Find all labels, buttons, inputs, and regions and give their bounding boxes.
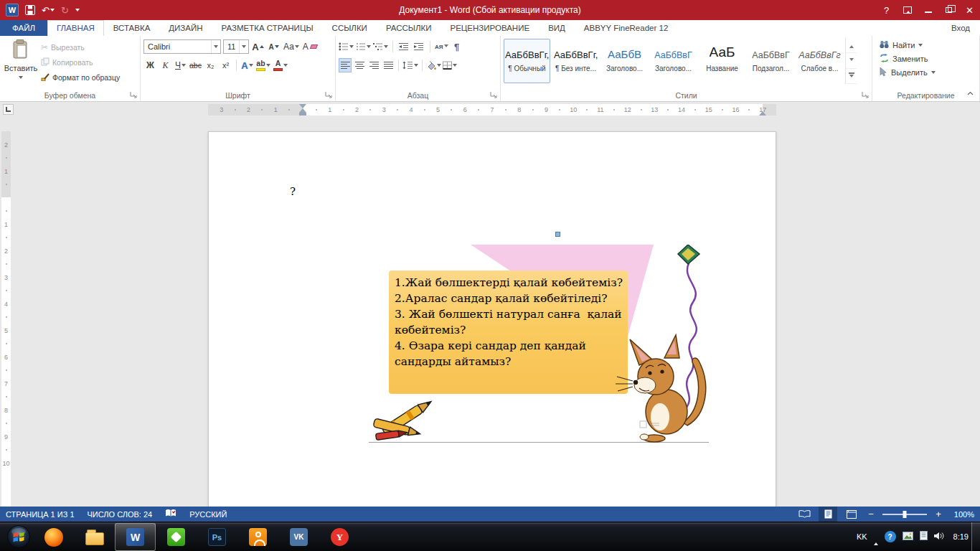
taskbar-green-app-icon[interactable] <box>156 523 197 551</box>
ribbon-tab[interactable]: ССЫЛКИ <box>323 20 377 36</box>
ribbon-tab[interactable]: ВСТАВКА <box>104 20 160 36</box>
style-card[interactable]: АаБбВвГ Подзагол... <box>748 39 794 83</box>
increase-indent-button[interactable] <box>413 39 425 54</box>
spellcheck-icon[interactable] <box>165 509 176 519</box>
format-painter-button[interactable]: Формат по образцу <box>39 70 122 85</box>
superscript-button[interactable]: х² <box>219 58 232 72</box>
taskbar-word-icon[interactable]: W <box>115 523 156 551</box>
select-button[interactable]: Выделить <box>875 65 976 79</box>
tray-expand-icon[interactable] <box>874 530 878 543</box>
ribbon-tab[interactable]: РАЗМЕТКА СТРАНИЦЫ <box>212 20 323 36</box>
tray-document-icon[interactable] <box>920 530 928 543</box>
input-language-indicator[interactable]: KK <box>857 532 867 541</box>
document-page[interactable]: ? 1.Жай бөлшектерді қалай көбейтеміз?2.А… <box>208 131 776 507</box>
font-family-select[interactable]: Calibri <box>143 39 221 54</box>
style-card[interactable]: АаБ Название <box>699 39 745 83</box>
paste-button[interactable]: Вставить <box>3 38 39 88</box>
inserted-image[interactable]: 1.Жай бөлшектерді қалай көбейтеміз?2.Ара… <box>369 245 709 443</box>
word-count[interactable]: ЧИСЛО СЛОВ: 24 <box>88 510 153 519</box>
strikethrough-button[interactable]: abc <box>189 58 202 72</box>
hanging-indent-marker[interactable] <box>299 105 306 113</box>
show-paragraph-marks-button[interactable]: ¶ <box>451 39 463 54</box>
document-text[interactable]: ? <box>290 185 296 198</box>
cut-button[interactable]: ✂ Вырезать <box>39 40 122 55</box>
start-button[interactable] <box>4 522 33 551</box>
numbering-button[interactable] <box>356 39 371 54</box>
clear-formatting-button[interactable]: А <box>302 39 318 54</box>
save-icon[interactable] <box>25 5 35 15</box>
align-right-button[interactable] <box>367 58 380 72</box>
ribbon-display-options-icon[interactable] <box>897 0 918 20</box>
decrease-indent-button[interactable] <box>397 39 410 54</box>
shading-button[interactable] <box>426 58 441 72</box>
minimize-icon[interactable] <box>918 0 938 20</box>
align-left-button[interactable] <box>339 58 352 72</box>
shrink-font-button[interactable]: А <box>267 39 281 54</box>
highlight-color-button[interactable]: ab <box>255 58 271 72</box>
dialog-launcher-icon[interactable] <box>861 90 870 99</box>
web-layout-icon[interactable] <box>842 507 861 522</box>
ribbon-tab[interactable]: ГЛАВНАЯ <box>47 20 104 36</box>
selection-handle[interactable] <box>555 232 560 237</box>
taskbar-firefox-icon[interactable] <box>33 523 74 551</box>
change-case-button[interactable]: Аа <box>283 39 300 54</box>
font-size-select[interactable]: 11 <box>223 39 249 54</box>
tray-photo-icon[interactable] <box>903 530 913 543</box>
help-icon[interactable]: ? <box>876 0 897 20</box>
left-indent-marker[interactable] <box>299 113 306 116</box>
restore-icon[interactable] <box>938 0 959 20</box>
styles-scroll-up-icon[interactable] <box>846 38 857 53</box>
ribbon-tab[interactable]: ДИЗАЙН <box>159 20 212 36</box>
borders-button[interactable] <box>443 58 457 72</box>
underline-button[interactable]: Ч <box>174 58 187 72</box>
dialog-launcher-icon[interactable] <box>324 90 333 99</box>
tab-selector[interactable] <box>3 104 14 115</box>
close-icon[interactable]: ✕ <box>959 0 980 20</box>
taskbar-explorer-icon[interactable] <box>74 523 115 551</box>
collapse-ribbon-icon[interactable] <box>963 88 976 98</box>
font-color-button[interactable]: А <box>273 58 288 72</box>
find-button[interactable]: Найти <box>875 38 976 52</box>
text-effects-button[interactable]: А <box>240 58 254 72</box>
volume-icon[interactable] <box>934 530 944 543</box>
zoom-in-icon[interactable]: + <box>933 509 943 519</box>
dialog-launcher-icon[interactable] <box>129 90 138 99</box>
undo-icon[interactable]: ↶ <box>42 6 55 15</box>
subscript-button[interactable]: х₂ <box>204 58 217 72</box>
sign-in-link[interactable]: Вход <box>951 20 970 36</box>
align-center-button[interactable] <box>353 58 366 72</box>
ribbon-tab[interactable]: РАССЫЛКИ <box>377 20 441 36</box>
horizontal-ruler[interactable]: 3211234567891011121314151617 <box>208 104 776 116</box>
clock[interactable]: 8:19 <box>953 532 969 541</box>
justify-button[interactable] <box>382 58 395 72</box>
read-mode-icon[interactable] <box>795 507 814 522</box>
taskbar-photoshop-icon[interactable]: Ps <box>197 523 237 551</box>
style-card[interactable]: АаБбВвГг Слабое в... <box>796 39 843 83</box>
zoom-out-icon[interactable]: − <box>866 509 876 519</box>
taskbar-vk-icon[interactable]: VK <box>278 523 319 551</box>
language-indicator[interactable]: РУССКИЙ <box>189 510 227 519</box>
zoom-slider[interactable] <box>882 514 927 515</box>
ribbon-tab[interactable]: РЕЦЕНЗИРОВАНИЕ <box>441 20 540 36</box>
bold-button[interactable]: Ж <box>143 58 157 72</box>
multilevel-list-button[interactable] <box>373 39 388 54</box>
tray-help-icon[interactable]: ? <box>885 531 896 542</box>
print-layout-icon[interactable] <box>819 507 837 522</box>
replace-button[interactable]: Заменить <box>875 52 976 65</box>
ribbon-tab[interactable]: ABBYY FineReader 12 <box>575 20 677 36</box>
style-card[interactable]: АаБбВвГг, ¶ Без инте... <box>552 39 599 83</box>
zoom-percentage[interactable]: 100% <box>948 510 974 519</box>
style-card[interactable]: АаБбВ Заголово... <box>601 39 648 83</box>
line-spacing-button[interactable] <box>402 58 418 72</box>
zoom-slider-thumb[interactable] <box>903 511 907 518</box>
copy-button[interactable]: Копировать <box>39 55 122 70</box>
style-card[interactable]: АаБбВвГг, ¶ Обычный <box>504 39 550 83</box>
vertical-ruler[interactable]: 2112345678910 <box>1 131 11 507</box>
show-desktop-button[interactable] <box>971 522 980 551</box>
styles-more-icon[interactable] <box>846 69 857 84</box>
italic-button[interactable]: К <box>159 58 172 72</box>
dialog-launcher-icon[interactable] <box>489 90 498 99</box>
right-indent-marker[interactable] <box>759 108 766 116</box>
page-indicator[interactable]: СТРАНИЦА 1 ИЗ 1 <box>6 510 75 519</box>
customize-qat-icon[interactable] <box>75 6 80 14</box>
